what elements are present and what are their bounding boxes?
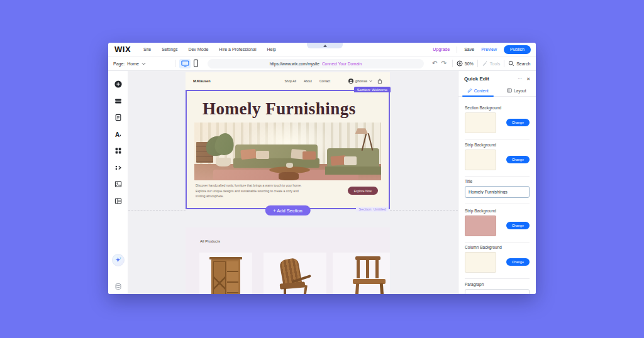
- divider: [465, 176, 530, 177]
- product-image-cabinet[interactable]: [199, 253, 252, 294]
- product-image-dining-chair[interactable]: [333, 253, 390, 294]
- device-switch: [179, 59, 199, 68]
- connect-domain-link[interactable]: Connect Your Domain: [322, 62, 362, 66]
- editor-toolbar: Page: Home https://www.wix.com/mysite Co…: [108, 57, 536, 71]
- ai-sparkle-icon[interactable]: [112, 254, 125, 266]
- upgrade-link[interactable]: Upgrade: [433, 47, 450, 52]
- paragraph-row: Paragraph: [465, 282, 530, 286]
- strip-background-row: Strip Background Change: [465, 143, 530, 147]
- editor-body: A M.Klausen Sho: [108, 71, 536, 294]
- text-icon[interactable]: A: [114, 131, 122, 138]
- page-label: Page:: [113, 62, 125, 66]
- hero-title[interactable]: Homely Furnishings: [203, 99, 389, 119]
- panel-header: Quick Edit ··· ✕: [458, 71, 536, 85]
- site-logo: M.Klausen: [193, 79, 211, 83]
- menu-hire-a-professional[interactable]: Hire a Professional: [219, 47, 256, 52]
- divider: [465, 242, 530, 243]
- media-icon[interactable]: [114, 180, 122, 188]
- strip-background-swatch-pink[interactable]: [465, 215, 496, 236]
- page-selector[interactable]: Page: Home: [113, 62, 171, 66]
- url-bar[interactable]: https://www.wix.com/mysite Connect Your …: [208, 59, 424, 68]
- content-stack-icon[interactable]: [114, 283, 122, 290]
- change-button[interactable]: Change: [506, 258, 530, 266]
- cabinet-graphic: [211, 259, 240, 294]
- pages-icon[interactable]: [114, 114, 122, 121]
- menu-settings[interactable]: Settings: [162, 47, 177, 52]
- paragraph-input[interactable]: [465, 289, 530, 294]
- wand-icon: [482, 60, 488, 67]
- column-background-swatch[interactable]: [465, 252, 496, 273]
- layout-grid-icon[interactable]: [114, 197, 122, 205]
- section-background-row: Section Background Change: [465, 106, 530, 110]
- divider: [452, 60, 453, 67]
- cart-icon[interactable]: [377, 79, 382, 84]
- strip-background-swatch[interactable]: [465, 150, 496, 170]
- search-button[interactable]: Search: [508, 60, 530, 67]
- add-element-icon[interactable]: [114, 80, 122, 88]
- menu-items: Site Settings Dev Mode Hire a Profession…: [143, 47, 276, 52]
- rocking-chair-graphic: [275, 258, 315, 294]
- explore-now-button[interactable]: Explore Now: [348, 187, 378, 195]
- page-value: Home: [127, 62, 139, 66]
- undo-icon[interactable]: ↶: [430, 60, 439, 67]
- title-input[interactable]: [465, 186, 530, 198]
- hero-paragraph[interactable]: Discover handcrafted rustic furniture th…: [196, 183, 303, 199]
- editor-canvas[interactable]: M.Klausen Shop All About Contact gthomas: [128, 71, 458, 294]
- sections-icon[interactable]: [114, 97, 122, 105]
- tab-content-label: Content: [474, 89, 489, 93]
- menu-help[interactable]: Help: [267, 47, 275, 52]
- desktop-background: WIX Site Settings Dev Mode Hire a Profes…: [0, 0, 644, 338]
- more-options-icon[interactable]: ···: [518, 77, 522, 82]
- preview-button[interactable]: Preview: [481, 47, 497, 52]
- caret-up-icon: [323, 45, 327, 47]
- account-menu[interactable]: gthomas: [348, 79, 382, 84]
- product-image-rocking-chair[interactable]: [264, 253, 326, 294]
- site-url: https://www.wix.com/mysite: [270, 62, 319, 66]
- row-label: Strip Background: [465, 209, 530, 213]
- hero-image[interactable]: [194, 123, 381, 180]
- change-button[interactable]: Change: [506, 119, 530, 126]
- section-background-swatch[interactable]: [465, 112, 496, 133]
- zoom-value: 50%: [465, 62, 474, 66]
- menu-site[interactable]: Site: [143, 47, 151, 52]
- divider: [175, 60, 175, 67]
- tools-button[interactable]: Tools: [482, 60, 500, 67]
- close-icon[interactable]: ✕: [526, 77, 530, 82]
- mobile-icon[interactable]: [193, 59, 199, 68]
- change-button[interactable]: Change: [506, 156, 530, 163]
- sunlight-overlay: [194, 123, 381, 180]
- zoom-control[interactable]: 50%: [457, 60, 474, 67]
- wix-editor-window: WIX Site Settings Dev Mode Hire a Profes…: [108, 43, 536, 294]
- desktop-icon[interactable]: [179, 59, 191, 68]
- nav-contact[interactable]: Contact: [319, 79, 330, 83]
- hero-section[interactable]: Homely Furnishings: [186, 90, 390, 209]
- row-label: Section Background: [465, 106, 530, 110]
- products-section[interactable]: All Products: [186, 227, 390, 294]
- section-boundary-dashes: [390, 210, 458, 210]
- change-button[interactable]: Change: [506, 222, 530, 229]
- divider: [465, 278, 530, 279]
- add-section-button[interactable]: + Add Section: [265, 205, 311, 215]
- app-grid-icon[interactable]: [114, 147, 122, 155]
- cms-icon[interactable]: [114, 164, 122, 172]
- account-name: gthomas: [355, 79, 367, 83]
- tab-content[interactable]: Content: [458, 85, 497, 96]
- save-button[interactable]: Save: [464, 47, 474, 52]
- divider: [504, 60, 504, 67]
- section-untitled-badge[interactable]: Section: Untitled: [356, 207, 389, 212]
- publish-button[interactable]: Publish: [504, 45, 531, 54]
- search-icon: [508, 60, 514, 67]
- redo-icon[interactable]: ↷: [439, 60, 448, 67]
- menu-dev-mode[interactable]: Dev Mode: [188, 47, 208, 52]
- wix-logo: WIX: [114, 45, 131, 54]
- tab-layout-label: Layout: [514, 89, 526, 93]
- floating-toolbar-peek[interactable]: [307, 43, 343, 48]
- quick-edit-panel: Quick Edit ··· ✕ Content Layout: [458, 71, 536, 294]
- nav-about[interactable]: About: [304, 79, 312, 83]
- tab-layout[interactable]: Layout: [497, 85, 536, 96]
- pencil-icon: [467, 88, 472, 93]
- section-welcome-badge[interactable]: Section: Welcome: [354, 87, 391, 92]
- nav-shop-all[interactable]: Shop All: [285, 79, 296, 83]
- panel-title: Quick Edit: [464, 76, 489, 82]
- search-label: Search: [516, 62, 530, 66]
